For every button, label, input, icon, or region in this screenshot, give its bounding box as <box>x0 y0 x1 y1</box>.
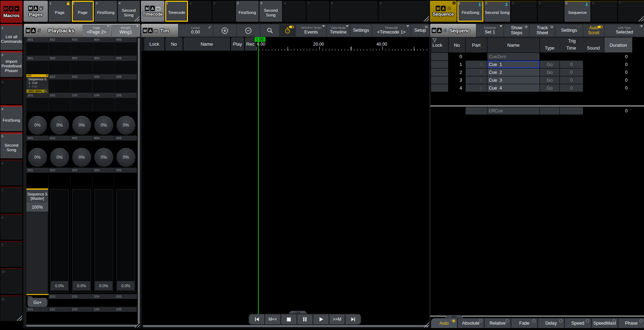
resize-handle-icon[interactable] <box>16 315 22 321</box>
cell-no[interactable]: 0 <box>448 53 465 60</box>
zoom-in-button[interactable] <box>213 25 236 36</box>
macro-tile-4[interactable]: 4FirstSong <box>0 105 22 131</box>
cell-no[interactable]: 1 <box>448 61 465 68</box>
sequence-tile-3[interactable]: 3 <box>511 1 537 22</box>
cell-sound[interactable] <box>583 61 604 68</box>
encoder-speed-button[interactable]: Speed <box>565 318 591 328</box>
cell-name[interactable]: CueZero <box>487 53 539 60</box>
cell-duration[interactable]: 0 <box>604 53 632 60</box>
sequence-sheet-titlebar[interactable]: MA Sequenc <box>430 24 476 37</box>
cell-duration[interactable]: 0 <box>604 76 632 84</box>
header-type[interactable]: Type <box>540 46 559 51</box>
cell-time[interactable] <box>560 53 583 60</box>
cell-lock[interactable] <box>431 68 448 76</box>
header-name[interactable]: Name <box>487 37 539 52</box>
wing-filter-dropdown[interactable]: WingID Wing1 <box>111 25 140 36</box>
playback-slot-405[interactable]: 405 <box>115 37 137 56</box>
playback-slot-101[interactable]: 101 <box>26 93 49 112</box>
timecode-tile-5[interactable]: 5Second Song <box>259 1 282 22</box>
playback-slot-401[interactable]: 401 <box>26 37 49 56</box>
horizontal-scrollbar[interactable] <box>143 325 428 327</box>
cell-part[interactable] <box>466 107 487 115</box>
timecode-tile-9[interactable]: 9 <box>379 1 429 22</box>
encoder-relative-button[interactable]: Relative <box>485 318 511 328</box>
playback-slot-104[interactable]: 104 <box>93 93 115 112</box>
resize-handle-icon[interactable] <box>423 15 429 21</box>
column-no[interactable]: No <box>165 37 183 51</box>
track-sheet-toggle[interactable]: Track Sheet <box>530 25 555 36</box>
timecode-pool-title[interactable]: MA Timecode <box>141 1 164 22</box>
cell-part[interactable] <box>466 53 487 60</box>
column-name[interactable]: Name <box>183 37 230 51</box>
horizontal-scrollbar[interactable] <box>26 325 137 327</box>
play-button[interactable] <box>313 314 329 324</box>
header-sound[interactable]: Sound <box>583 46 604 51</box>
playback-slot-402[interactable]: 402 <box>49 37 71 56</box>
settings-button[interactable]: ··· Settings <box>350 25 372 36</box>
macro-tile-1[interactable]: 1List all Commands <box>0 24 22 50</box>
playback-slot-203[interactable]: 203 <box>71 74 93 93</box>
macro-tile-11[interactable]: 11 <box>0 295 22 321</box>
timeline-cursor-line[interactable] <box>258 38 259 314</box>
page-tile-2[interactable]: 2 Page <box>72 1 94 22</box>
encoder-phase-button[interactable]: Phase <box>618 318 644 328</box>
cell-duration[interactable]: 0 <box>604 61 632 68</box>
cell-lock[interactable] <box>431 76 448 84</box>
fader-205[interactable]: 0.0% <box>115 176 137 294</box>
cell-duration[interactable]: 0 <box>604 84 632 92</box>
playbacks-titlebar[interactable]: MA Playbacks Page <Page 2> WingID Wing1 <box>24 24 140 37</box>
timecode-tile-6[interactable]: 6 <box>283 1 306 22</box>
cell-type[interactable]: Go <box>540 68 559 76</box>
vertical-scrollbar[interactable] <box>138 38 140 323</box>
macro-tile-8[interactable]: 8 <box>0 214 22 240</box>
knob-304[interactable]: 0% <box>94 148 113 167</box>
cell-no[interactable] <box>448 107 465 115</box>
cell-part[interactable]: 0 <box>466 76 487 84</box>
page-filter-dropdown[interactable]: Page <Page 2> <box>82 25 111 36</box>
macro-tile-10[interactable]: 10 <box>0 268 22 294</box>
knob-305[interactable]: 0% <box>116 148 136 167</box>
playback-slot-404[interactable]: 404 <box>93 37 115 56</box>
playback-slot-303[interactable]: 303 <box>71 56 93 75</box>
column-rec[interactable]: Rec <box>245 37 256 51</box>
cell-duration[interactable]: 0 <box>604 107 632 115</box>
timecode-titlebar[interactable]: MA Tim <box>141 24 178 37</box>
encoder-absolute-button[interactable]: Absolute <box>458 318 484 328</box>
playback-slot-403[interactable]: 403 <box>71 37 93 56</box>
stopwatch-button[interactable] <box>280 25 295 36</box>
playback-slot-102[interactable]: 102 <box>49 93 71 112</box>
timecode-tile-2[interactable]: 2 <box>189 1 212 22</box>
setup-toggle-button[interactable]: Setup <box>411 25 429 36</box>
knob-302[interactable]: 0% <box>50 148 69 167</box>
link-type-dropdown[interactable]: Link Type Selected <box>605 25 644 36</box>
column-play[interactable]: Play <box>231 37 244 51</box>
fader-201-master[interactable]: Sequence 5 [Master] 100% <box>26 176 49 294</box>
page-tile-4[interactable]: 4 Second Song <box>118 1 140 22</box>
knob-403[interactable]: 0% <box>72 116 91 135</box>
stop-button[interactable] <box>281 314 296 324</box>
timeline-body[interactable] <box>142 51 429 323</box>
timecode-tile-3[interactable]: 3 <box>212 1 235 22</box>
playback-slot-204[interactable]: 204 <box>93 74 115 93</box>
sequence-tile-1[interactable]: 1FirstSong <box>457 1 483 22</box>
fader-203[interactable]: 0.0% <box>71 176 93 294</box>
cell-sound[interactable] <box>583 68 604 76</box>
header-no[interactable]: No <box>448 37 465 52</box>
cell-type[interactable]: Go <box>540 61 559 68</box>
skip-to-end-button[interactable] <box>345 314 361 324</box>
macro-tile-9[interactable]: 9 <box>0 241 22 267</box>
fader-track[interactable] <box>26 212 48 294</box>
cell-type[interactable]: Go <box>540 76 559 84</box>
cell-no[interactable]: 2 <box>448 68 465 76</box>
playback-slot-304[interactable]: 304 <box>93 56 115 75</box>
cell-type[interactable] <box>540 107 559 115</box>
macros-pool-title[interactable]: M A ▶ Macros <box>0 1 22 23</box>
cell-sound[interactable] <box>583 76 604 84</box>
header-part[interactable]: Part <box>466 37 487 52</box>
cell-type[interactable] <box>540 53 559 60</box>
sequence-pool-title[interactable]: S MA Sequence <box>430 1 457 22</box>
encoder-fade-button[interactable]: Fade <box>511 318 537 328</box>
cell-time[interactable]: 0 <box>560 84 583 92</box>
cell-lock[interactable] <box>431 61 448 68</box>
macro-tile-2[interactable]: 2Import Predefined Phaser <box>0 51 22 77</box>
